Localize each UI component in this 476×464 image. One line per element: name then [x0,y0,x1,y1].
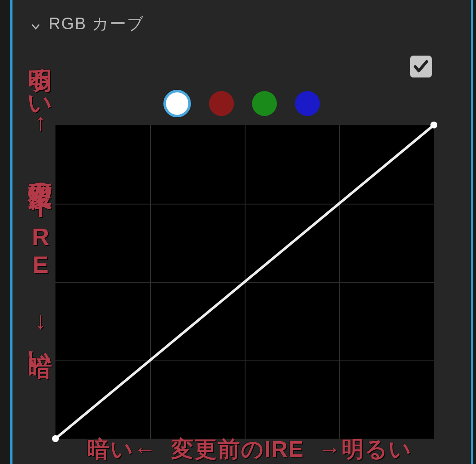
section-title: RGB カーブ [49,13,144,35]
gridline [55,282,434,283]
gridline [55,204,434,205]
rgb-curves-panel: RGB カーブ [10,0,473,464]
channel-selector [12,86,471,121]
curve-grid [55,125,434,439]
channel-green[interactable] [252,91,277,116]
curve-editor[interactable] [55,125,434,439]
curve-handle-shadow[interactable] [52,435,59,442]
channel-luma[interactable] [163,90,191,117]
enable-checkbox[interactable] [410,55,432,78]
channel-red[interactable] [209,91,234,116]
curve-handle-highlight[interactable] [430,122,437,128]
chevron-down-icon [30,18,42,30]
section-top-row [12,39,471,78]
gridline [55,360,434,361]
section-header[interactable]: RGB カーブ [12,0,471,39]
channel-blue[interactable] [295,91,320,116]
